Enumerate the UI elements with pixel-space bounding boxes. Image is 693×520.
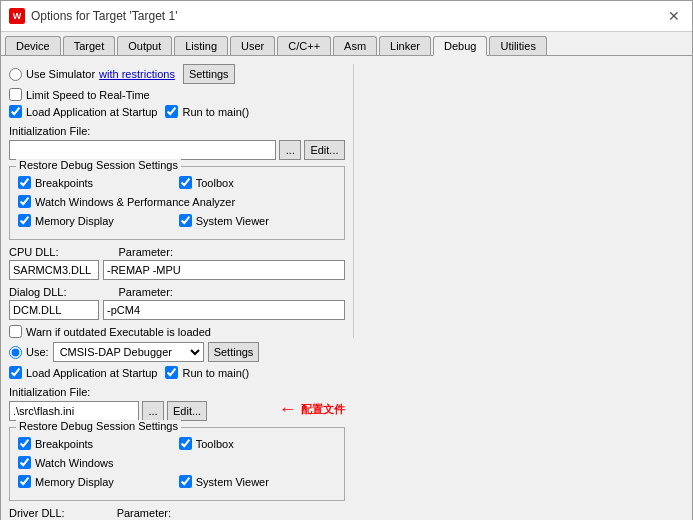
app-icon: W <box>9 8 25 24</box>
toolbox-label-right: Toolbox <box>196 438 234 450</box>
load-app-label-right: Load Application at Startup <box>26 367 157 379</box>
restore-debug-label-right: Restore Debug Session Settings <box>16 420 181 432</box>
warn-label-left: Warn if outdated Executable is loaded <box>26 326 211 338</box>
watch-windows-checkbox-left[interactable] <box>18 195 31 208</box>
panel-divider <box>353 64 354 338</box>
limit-speed-row: Limit Speed to Real-Time <box>9 88 345 101</box>
dialog-param-input-left[interactable] <box>103 300 345 320</box>
init-file-edit-left[interactable]: Edit... <box>304 140 344 160</box>
limit-speed-label: Limit Speed to Real-Time <box>26 89 150 101</box>
warn-row-left: Warn if outdated Executable is loaded <box>9 325 345 338</box>
breakpoints-row-right: Breakpoints <box>18 437 175 450</box>
annotation-text: 配置文件 <box>301 402 345 417</box>
content-area: Use Simulator with restrictions Settings… <box>1 56 692 520</box>
run-to-main-label-left: Run to main() <box>182 106 249 118</box>
use-simulator-radio[interactable] <box>9 68 22 81</box>
driver-dll-label-right: Driver DLL: <box>9 507 65 519</box>
watch-windows-label-right: Watch Windows <box>35 457 113 469</box>
watch-windows-label-left: Watch Windows & Performance Analyzer <box>35 196 235 208</box>
system-viewer-row-right: System Viewer <box>179 475 336 488</box>
debugger-select[interactable]: CMSIS-DAP Debugger J-LINK / J-TRACE Cort… <box>53 342 204 362</box>
memory-display-label-right: Memory Display <box>35 476 114 488</box>
load-app-label-left: Load Application at Startup <box>26 106 157 118</box>
annotation-arrow-icon: ← <box>279 399 297 420</box>
run-to-main-label-right: Run to main() <box>182 367 249 379</box>
cpu-dll-label-left: CPU DLL: <box>9 246 59 258</box>
tab-debug[interactable]: Debug <box>433 36 487 56</box>
breakpoints-checkbox-left[interactable] <box>18 176 31 189</box>
load-app-row-left: Load Application at Startup <box>9 105 157 118</box>
restore-debug-box-right: Restore Debug Session Settings Breakpoin… <box>9 427 345 501</box>
breakpoints-label-left: Breakpoints <box>35 177 93 189</box>
load-app-checkbox-left[interactable] <box>9 105 22 118</box>
dialog-dll-label-left: Dialog DLL: <box>9 286 66 298</box>
cpu-param-label-left: Parameter: <box>119 246 173 258</box>
memory-display-checkbox-right[interactable] <box>18 475 31 488</box>
tab-bar: Device Target Output Listing User C/C++ … <box>1 32 692 56</box>
driver-dll-row-right: Driver DLL: Parameter: <box>9 507 345 520</box>
toolbox-row-right: Toolbox <box>179 437 336 450</box>
warn-checkbox-left[interactable] <box>9 325 22 338</box>
tab-asm[interactable]: Asm <box>333 36 377 55</box>
dialog-dll-input-left[interactable] <box>9 300 99 320</box>
system-viewer-checkbox-right[interactable] <box>179 475 192 488</box>
cpu-dll-input-left[interactable] <box>9 260 99 280</box>
cmsis-settings-button[interactable]: Settings <box>208 342 260 362</box>
dialog-param-label-left: Parameter: <box>118 286 172 298</box>
restore-debug-label-left: Restore Debug Session Settings <box>16 159 181 171</box>
cpu-dll-row-left: CPU DLL: Parameter: <box>9 246 345 280</box>
simulator-row: Use Simulator with restrictions Settings <box>9 64 345 84</box>
load-app-row-right: Load Application at Startup <box>9 366 157 379</box>
run-to-main-row-right: Run to main() <box>165 366 249 379</box>
memory-display-row-left: Memory Display <box>18 214 175 227</box>
init-file-browse-right[interactable]: ... <box>142 401 164 421</box>
system-viewer-checkbox-left[interactable] <box>179 214 192 227</box>
tab-output[interactable]: Output <box>117 36 172 55</box>
use-label: Use: <box>26 346 49 358</box>
memory-display-row-right: Memory Display <box>18 475 175 488</box>
driver-param-label-right: Parameter: <box>117 507 171 519</box>
system-viewer-label-left: System Viewer <box>196 215 269 227</box>
tab-device[interactable]: Device <box>5 36 61 55</box>
watch-windows-row-left: Watch Windows & Performance Analyzer <box>18 195 336 208</box>
simulator-label: Use Simulator <box>26 68 95 80</box>
init-file-browse-left[interactable]: ... <box>279 140 301 160</box>
toolbox-label-left: Toolbox <box>196 177 234 189</box>
panels-row: Use Simulator with restrictions Settings… <box>9 64 684 520</box>
load-app-checkbox-right[interactable] <box>9 366 22 379</box>
watch-windows-row-right: Watch Windows <box>18 456 336 469</box>
cpu-param-input-left[interactable] <box>103 260 345 280</box>
run-to-main-checkbox-right[interactable] <box>165 366 178 379</box>
run-to-main-checkbox-left[interactable] <box>165 105 178 118</box>
simulator-settings-button[interactable]: Settings <box>183 64 235 84</box>
init-file-row-left: ... Edit... <box>9 140 345 160</box>
tab-target[interactable]: Target <box>63 36 116 55</box>
tab-utilities[interactable]: Utilities <box>489 36 546 55</box>
use-cmsis-radio[interactable] <box>9 346 22 359</box>
restrictions-link[interactable]: with restrictions <box>99 68 175 80</box>
right-panel: Use: CMSIS-DAP Debugger J-LINK / J-TRACE… <box>9 342 345 520</box>
system-viewer-row-left: System Viewer <box>179 214 336 227</box>
left-panel: Use Simulator with restrictions Settings… <box>9 64 345 338</box>
system-viewer-label-right: System Viewer <box>196 476 269 488</box>
toolbox-checkbox-right[interactable] <box>179 437 192 450</box>
tab-listing[interactable]: Listing <box>174 36 228 55</box>
watch-windows-checkbox-right[interactable] <box>18 456 31 469</box>
breakpoints-checkbox-right[interactable] <box>18 437 31 450</box>
window-title: Options for Target 'Target 1' <box>31 9 177 23</box>
init-file-label-right: Initialization File: <box>9 386 345 398</box>
init-file-input-right[interactable] <box>9 401 139 421</box>
close-button[interactable]: ✕ <box>664 6 684 26</box>
init-file-edit-right[interactable]: Edit... <box>167 401 207 421</box>
toolbox-checkbox-left[interactable] <box>179 176 192 189</box>
init-file-label-left: Initialization File: <box>9 125 345 137</box>
tab-linker[interactable]: Linker <box>379 36 431 55</box>
init-file-input-left[interactable] <box>9 140 276 160</box>
limit-speed-checkbox[interactable] <box>9 88 22 101</box>
tab-cpp[interactable]: C/C++ <box>277 36 331 55</box>
main-window: W Options for Target 'Target 1' ✕ Device… <box>0 0 693 520</box>
breakpoints-row-left: Breakpoints <box>18 176 175 189</box>
memory-display-checkbox-left[interactable] <box>18 214 31 227</box>
dialog-dll-row-left: Dialog DLL: Parameter: <box>9 286 345 320</box>
tab-user[interactable]: User <box>230 36 275 55</box>
